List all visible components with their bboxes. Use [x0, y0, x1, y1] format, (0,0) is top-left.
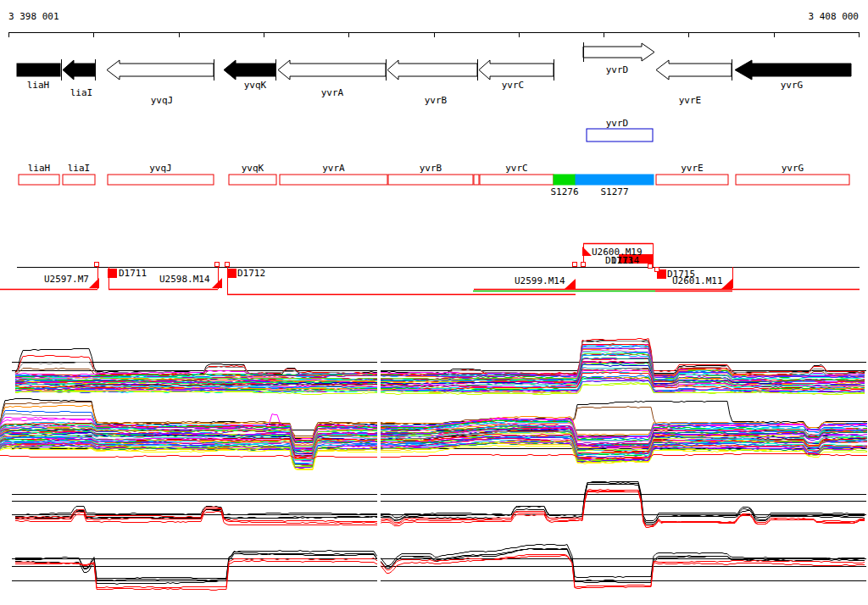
annotation-box-small[interactable] [474, 175, 479, 185]
gene-arrow-yvrD[interactable] [583, 43, 654, 61]
annotation-box-liaI[interactable] [63, 175, 95, 185]
annotation-label-yvrE: yvrE [681, 163, 704, 174]
gene-label-yvrC: yvrC [502, 80, 525, 91]
gene-label-yvrB: yvrB [425, 95, 448, 106]
gene-label-liaI: liaI [70, 87, 93, 98]
annotation-box-yvrE[interactable] [656, 175, 728, 185]
gene-label-yvqJ: yvqJ [151, 95, 174, 106]
genome-browser: 3 398 001 3 408 000 liaHliaIyvqJyvqKyvrA… [0, 0, 868, 605]
annotation-tracks: liaHliaIyvqJyvqKyvrAyvrByvrCyvrDyvrEyvrG… [0, 0, 868, 322]
tu-shift-triangle [721, 279, 732, 289]
tu-label-u2601-m11[interactable]: U2601.M11 [672, 275, 723, 286]
segment-label-S1277: S1277 [600, 186, 628, 197]
tu-boundary-square [655, 268, 659, 272]
annotation-label-liaI: liaI [68, 163, 91, 174]
tu-boundary-square [215, 263, 220, 267]
gene-label-yvrE: yvrE [679, 95, 702, 106]
annotation-label-liaH: liaH [28, 163, 51, 174]
segment-box-S1276[interactable] [554, 175, 576, 185]
gene-label-yvrA: yvrA [321, 87, 344, 98]
gene-arrow-yvrA[interactable] [278, 60, 386, 80]
gene-label-liaH: liaH [27, 80, 50, 91]
annotation-box-yvqJ[interactable] [108, 175, 214, 185]
gene-arrow-yvrE[interactable] [656, 60, 732, 80]
gene-arrow-liaH[interactable] [17, 64, 60, 76]
tu-boundary-square [225, 263, 230, 267]
tu-boundary-square [581, 263, 586, 267]
tu-boundary-square [573, 263, 577, 267]
tu-boundary-square [95, 263, 99, 267]
gene-label-yvrG: yvrG [781, 80, 804, 91]
segment-label-S1276: S1276 [550, 186, 578, 197]
tu-label-d1714[interactable]: D1714 [611, 255, 639, 266]
gene-arrow-yvqK[interactable] [224, 60, 275, 80]
tu-down-shift-box [227, 269, 236, 278]
gene-label-yvrD: yvrD [606, 64, 629, 75]
tu-label-d1711[interactable]: D1711 [119, 268, 147, 279]
tu-label-u2599-m14[interactable]: U2599.M14 [515, 275, 565, 286]
gene-label-yvqK: yvqK [244, 80, 267, 91]
annotation-label-yvqK: yvqK [242, 163, 264, 174]
tu-down-shift-box [108, 269, 117, 278]
annotation-box-yvrA[interactable] [280, 175, 387, 185]
gene-arrow-yvqJ[interactable] [107, 60, 214, 80]
annotation-label-yvrC: yvrC [505, 163, 528, 174]
tu-shift-triangle [212, 278, 222, 288]
tu-label-u2598-m14[interactable]: U2598.M14 [159, 274, 210, 285]
annotation-box-yvrC[interactable] [480, 175, 554, 185]
annotation-label-yvqJ: yvqJ [149, 163, 172, 174]
annotation-box-yvrG[interactable] [736, 175, 849, 185]
annotation-label-yvrA: yvrA [322, 163, 345, 174]
gene-arrow-yvrC[interactable] [479, 60, 554, 80]
tu-label-d1712[interactable]: D1712 [237, 268, 265, 279]
annotation-box-yvqK[interactable] [229, 175, 276, 185]
annotation-label-yvrB: yvrB [420, 163, 442, 174]
annotation-box-yvrB[interactable] [388, 175, 473, 185]
gene-arrow-liaI[interactable] [63, 60, 95, 80]
tu-label-u2597-m7[interactable]: U2597.M7 [44, 274, 89, 285]
gene-arrow-yvrG[interactable] [735, 60, 851, 80]
gene-arrow-yvrB[interactable] [387, 60, 477, 80]
feature-box-yvrD-blue[interactable] [587, 129, 653, 142]
annotation-box-liaH[interactable] [19, 175, 59, 185]
expression-profiles-canvas [0, 322, 868, 605]
feature-label-yvrD: yvrD [606, 118, 629, 129]
segment-box-S1277[interactable] [576, 175, 654, 185]
annotation-label-yvrG: yvrG [782, 163, 804, 174]
tu-shift-triangle [565, 279, 576, 289]
tu-boundary-square [648, 264, 653, 269]
